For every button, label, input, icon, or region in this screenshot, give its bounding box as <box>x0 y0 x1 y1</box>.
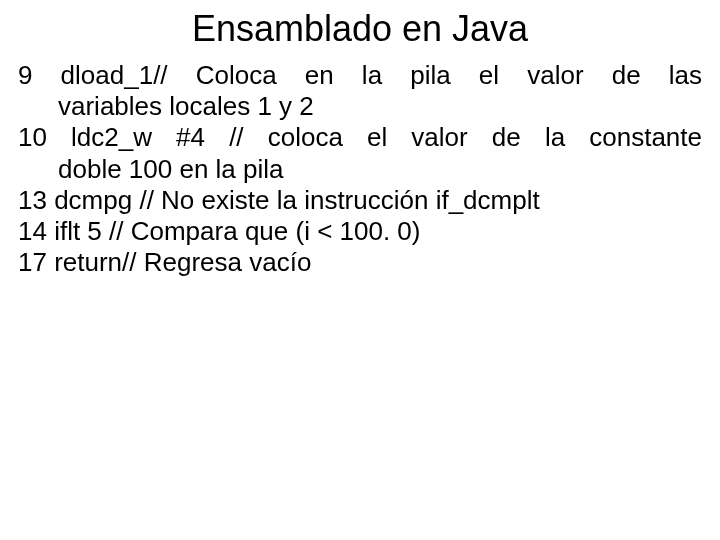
code-line-9-cont: variables locales 1 y 2 <box>18 91 702 122</box>
slide: Ensamblado en Java 9 dload_1// Coloca en… <box>0 0 720 540</box>
code-line-17: 17 return// Regresa vacío <box>18 247 702 278</box>
code-line-9: 9 dload_1// Coloca en la pila el valor d… <box>18 60 702 91</box>
code-line-13: 13 dcmpg // No existe la instrucción if_… <box>18 185 702 216</box>
code-line-10-cont: doble 100 en la pila <box>18 154 702 185</box>
code-line-10: 10 ldc2_w #4 // coloca el valor de la co… <box>18 122 702 153</box>
slide-body: 9 dload_1// Coloca en la pila el valor d… <box>18 60 702 278</box>
code-line-14: 14 iflt 5 // Compara que (i < 100. 0) <box>18 216 702 247</box>
slide-title: Ensamblado en Java <box>18 8 702 50</box>
